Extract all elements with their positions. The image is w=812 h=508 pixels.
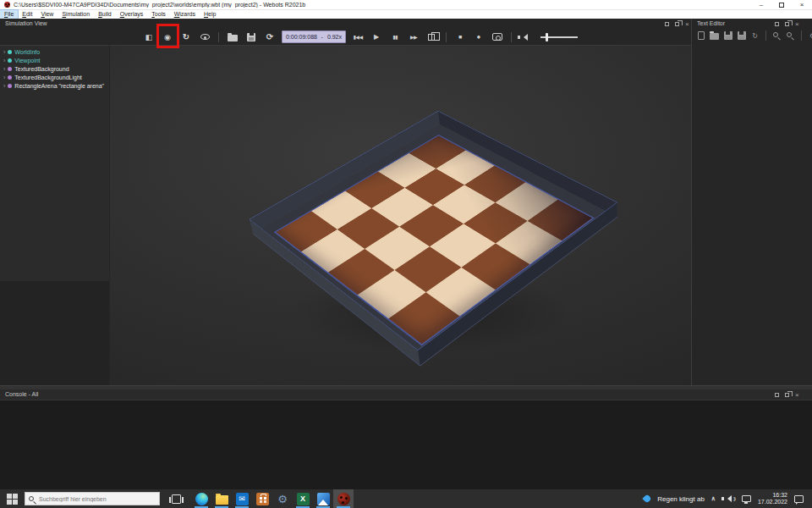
file-explorer-app[interactable] — [211, 489, 232, 508]
display-tray-icon[interactable] — [742, 495, 751, 502]
dock-header-strip: Simulation View × Text Editor × — [0, 19, 812, 29]
record-movie-button[interactable]: ● — [472, 30, 486, 44]
console-title: Console - All — [0, 389, 38, 400]
tree-item-texturedbackgroundlight[interactable]: ›TexturedBackgroundLight — [0, 73, 109, 81]
gear-icon: ⚙ — [277, 494, 288, 505]
fast-forward-button[interactable]: ▶▶ — [407, 30, 420, 44]
chevron-right-icon[interactable]: › — [3, 58, 5, 64]
search-input[interactable] — [37, 495, 139, 503]
pause-button[interactable]: ▮▮ — [388, 30, 402, 44]
restore-panel-icon[interactable] — [785, 393, 789, 397]
camera-icon — [492, 33, 502, 41]
close-panel-icon[interactable]: × — [795, 393, 799, 397]
close-panel-icon[interactable]: × — [795, 22, 799, 26]
rewind-button[interactable]: ▮◀◀ — [351, 30, 365, 44]
minimize-button[interactable]: – — [751, 0, 771, 9]
fullscreen-button[interactable]: ■ — [453, 30, 467, 44]
settings-app[interactable]: ⚙ — [272, 489, 293, 508]
chevron-right-icon[interactable]: › — [3, 66, 5, 72]
taskbar-clock[interactable]: 16:32 17.02.2022 — [758, 492, 787, 505]
chevron-right-icon[interactable]: › — [3, 83, 5, 89]
toolbar-separator — [801, 30, 802, 41]
task-view-icon[interactable] — [172, 494, 181, 504]
tree-item-label: RectangleArena "rectangle arena" — [14, 83, 104, 89]
preferences-button[interactable]: ⚙ — [808, 30, 812, 41]
save-world-button[interactable] — [244, 30, 258, 44]
screenshot-button[interactable] — [491, 30, 504, 44]
weather-label[interactable]: Regen klingt ab — [657, 495, 705, 503]
save-file-button[interactable] — [723, 30, 732, 41]
find-button[interactable] — [772, 30, 782, 41]
maximize-button[interactable] — [771, 0, 792, 9]
edge-app[interactable] — [191, 489, 211, 508]
system-tray: Regen klingt ab ∧ )) 16:32 17.02.2022 — [644, 492, 812, 505]
webots-logo-icon — [4, 2, 10, 8]
save-all-icon — [738, 31, 746, 40]
menu-help[interactable]: Help — [200, 10, 220, 19]
store-app[interactable] — [252, 489, 272, 508]
menu-edit[interactable]: Edit — [18, 10, 36, 19]
tree-item-texturedbackground[interactable]: ›TexturedBackground — [0, 64, 109, 73]
viewport-3d[interactable] — [110, 45, 691, 385]
tree-item-rectanglearena[interactable]: ›RectangleArena "rectangle arena" — [0, 81, 109, 90]
taskbar-search[interactable] — [25, 492, 160, 505]
menu-view[interactable]: View — [36, 10, 58, 19]
tree-item-viewpoint[interactable]: ›Viewpoint — [0, 56, 109, 64]
weather-icon[interactable] — [643, 494, 652, 503]
float-panel-icon[interactable] — [775, 22, 779, 26]
chevron-right-icon[interactable]: › — [3, 75, 5, 80]
target-button[interactable]: ◉ — [161, 30, 174, 44]
revert-file-button[interactable]: ↻ — [750, 30, 760, 41]
restore-panel-icon[interactable] — [675, 22, 679, 26]
node-icon — [8, 58, 12, 63]
webots-icon — [337, 493, 350, 505]
panel-toggle-icon: ◧ — [145, 33, 153, 41]
restore-panel-icon[interactable] — [785, 22, 789, 26]
webots-app[interactable] — [333, 489, 354, 508]
rewind-icon: ▮◀◀ — [353, 34, 362, 40]
new-file-button[interactable] — [696, 30, 705, 41]
folder-icon — [216, 495, 228, 505]
open-file-button[interactable] — [710, 30, 719, 41]
window-title: C:\Users\$SDVI00-M47CA9PDI34D\Documents\… — [14, 2, 751, 8]
reset-viewpoint-icon: ↻ — [183, 32, 189, 41]
volume-waves: )) — [733, 496, 735, 501]
play-button[interactable]: ▶ — [370, 30, 383, 44]
menu-build[interactable]: Build — [94, 10, 116, 19]
close-button[interactable]: × — [792, 0, 812, 9]
scene-tree-toggle-button[interactable]: ◧ — [142, 30, 156, 44]
reset-viewpoint-button[interactable]: ↻ — [179, 30, 193, 44]
save-all-button[interactable] — [737, 30, 746, 41]
float-panel-icon[interactable] — [775, 393, 779, 397]
start-button[interactable] — [7, 494, 18, 505]
simulation-toolbar: ◧◉↻⟳0:00:09:088-0.92x▮◀◀▶▮▮▶▶■● — [0, 29, 692, 45]
rendering-cube-icon — [428, 34, 435, 41]
text-editor-controls: × — [775, 19, 799, 29]
menu-file[interactable]: File — [0, 10, 18, 19]
tray-expand-icon[interactable]: ∧ — [711, 495, 716, 502]
menu-tools[interactable]: Tools — [147, 10, 169, 19]
target-icon: ◉ — [164, 33, 171, 41]
photos-app[interactable] — [313, 489, 333, 508]
menu-wizards[interactable]: Wizards — [170, 10, 200, 19]
windows-taskbar: ⚙X Regen klingt ab ∧ )) 16:32 17.02.2022 — [0, 489, 812, 508]
tree-item-worldinfo[interactable]: ›WorldInfo — [0, 47, 109, 56]
replace-button[interactable] — [786, 30, 795, 41]
open-world-button[interactable] — [226, 30, 239, 44]
mail-app[interactable] — [232, 489, 252, 508]
sound-mute-button[interactable] — [518, 30, 532, 44]
store-icon — [256, 493, 269, 505]
menu-simulation[interactable]: Simulation — [58, 10, 94, 19]
menu-overlays[interactable]: Overlays — [116, 10, 148, 19]
float-panel-icon[interactable] — [665, 22, 669, 26]
volume-tray-icon[interactable] — [724, 495, 732, 502]
excel-app[interactable]: X — [293, 489, 313, 508]
chevron-right-icon[interactable]: › — [3, 49, 5, 55]
rendering-toggle-button[interactable] — [425, 30, 439, 44]
close-panel-icon[interactable]: × — [685, 22, 689, 26]
action-center-icon[interactable] — [794, 495, 804, 503]
show-optional-rendering-button[interactable] — [198, 30, 211, 44]
volume-slider[interactable] — [537, 30, 578, 44]
panel-splitter[interactable] — [691, 19, 692, 386]
reload-world-button[interactable]: ⟳ — [263, 30, 277, 44]
